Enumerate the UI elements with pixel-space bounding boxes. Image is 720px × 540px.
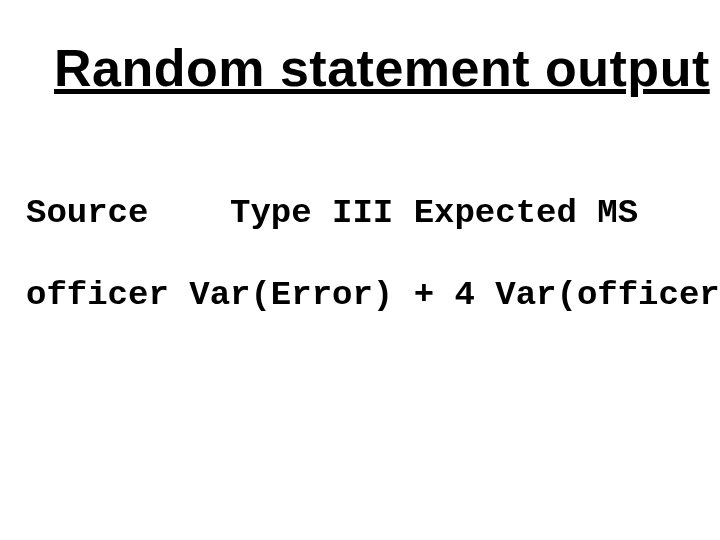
slide-title: Random statement output xyxy=(54,38,710,98)
header-row: Source Type III Expected MS xyxy=(26,194,706,232)
data-row: officer Var(Error) + 4 Var(officer) xyxy=(26,276,706,314)
slide: Random statement output Source Type III … xyxy=(0,0,720,540)
